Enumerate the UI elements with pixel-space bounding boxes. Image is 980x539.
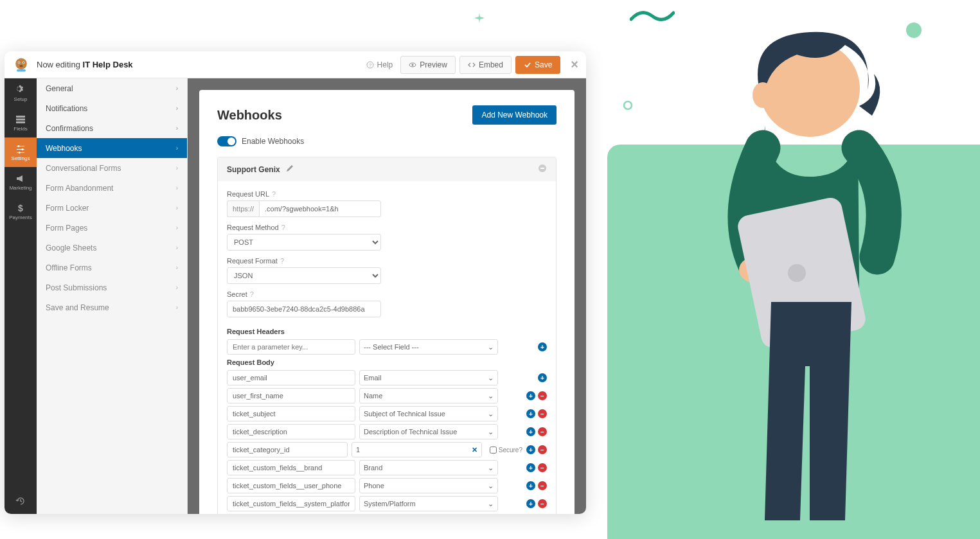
preview-button[interactable]: Preview [400, 56, 456, 74]
header-key-input[interactable] [227, 339, 355, 355]
secure-checkbox[interactable]: Secure? [490, 446, 522, 454]
add-webhook-button[interactable]: Add New Webhook [472, 105, 557, 125]
chevron-down-icon: ⌄ [488, 482, 494, 490]
svg-rect-13 [16, 116, 25, 118]
header-value-select[interactable]: --- Select Field ---⌄ [359, 339, 498, 355]
left-rail: Setup Fields Settings Marketing $ Paymen… [4, 78, 37, 514]
sidebar-item-pages[interactable]: Form Pages› [37, 218, 187, 238]
sidebar-item-post[interactable]: Post Submissions› [37, 278, 187, 297]
help-icon[interactable]: ? [280, 257, 284, 265]
sidebar-item-locker[interactable]: Form Locker› [37, 198, 187, 218]
body-row: 1✕Secure?+− [227, 442, 547, 457]
embed-button[interactable]: Embed [459, 56, 512, 74]
svg-rect-21 [540, 168, 544, 169]
body-value-select[interactable]: Email⌄ [359, 370, 498, 385]
add-icon[interactable]: + [526, 445, 535, 454]
svg-point-12 [412, 64, 414, 66]
collapse-icon[interactable] [538, 164, 547, 175]
delete-icon[interactable]: − [538, 409, 547, 418]
body-value-select[interactable]: Phone⌄ [359, 478, 498, 493]
sidebar-item-general[interactable]: General› [37, 78, 187, 98]
sidebar-item-confirmations[interactable]: Confirmations› [37, 118, 187, 138]
add-icon[interactable]: + [538, 373, 547, 382]
body-value-select[interactable]: Description of Technical Issue⌄ [359, 424, 498, 439]
sidebar-item-offline[interactable]: Offline Forms› [37, 258, 187, 278]
body-value-select[interactable]: Brand⌄ [359, 460, 498, 475]
body-key-input[interactable] [227, 370, 355, 385]
help-icon[interactable]: ? [281, 224, 285, 231]
help-link[interactable]: ? Help [366, 60, 393, 69]
request-url-input[interactable] [259, 200, 381, 217]
settings-sidebar: General› Notifications› Confirmations› W… [37, 78, 188, 514]
rail-setup[interactable]: Setup [4, 78, 37, 108]
request-method-select[interactable]: POST [227, 234, 381, 251]
sidebar-item-save-resume[interactable]: Save and Resume› [37, 297, 187, 317]
help-icon[interactable]: ? [272, 190, 276, 198]
svg-rect-14 [16, 118, 25, 120]
delete-icon[interactable]: − [538, 481, 547, 490]
secret-input[interactable] [227, 301, 381, 317]
request-format-label: Request Format? [227, 257, 547, 265]
rail-settings[interactable]: Settings [4, 137, 37, 167]
close-icon[interactable]: × [571, 57, 578, 72]
body-row: System/Platform⌄+− [227, 496, 547, 511]
body-key-input[interactable] [227, 424, 355, 439]
request-format-select[interactable]: JSON [227, 267, 381, 284]
clear-icon[interactable]: ✕ [472, 446, 477, 454]
add-icon[interactable]: + [526, 427, 535, 436]
gear-icon [15, 85, 26, 95]
body-key-input[interactable] [227, 442, 348, 457]
megaphone-icon [15, 173, 26, 184]
body-key-input[interactable] [227, 496, 355, 511]
body-key-input[interactable] [227, 460, 355, 475]
app-logo-icon [12, 56, 30, 74]
sidebar-item-sheets[interactable]: Google Sheets› [37, 238, 187, 258]
grid-icon [15, 114, 26, 125]
body-key-input[interactable] [227, 478, 355, 493]
delete-icon[interactable]: − [538, 391, 547, 400]
editing-title: IT Help Desk [83, 60, 133, 69]
rail-marketing[interactable]: Marketing [4, 167, 37, 197]
chevron-right-icon: › [176, 224, 178, 231]
editing-prefix: Now editing [37, 60, 80, 69]
add-icon[interactable]: + [526, 463, 535, 472]
body-value-select[interactable]: Subject of Technical Issue⌄ [359, 406, 498, 421]
delete-icon[interactable]: − [538, 445, 547, 454]
preview-label: Preview [420, 60, 447, 69]
rail-history[interactable] [4, 488, 37, 514]
delete-icon[interactable]: − [538, 427, 547, 436]
sidebar-item-abandonment[interactable]: Form Abandonment› [37, 178, 187, 198]
chevron-down-icon: ⌄ [488, 464, 494, 472]
add-icon[interactable]: + [526, 409, 535, 418]
rail-payments[interactable]: $ Payments [4, 197, 37, 226]
enable-webhooks-toggle[interactable] [217, 136, 236, 146]
svg-point-26 [788, 264, 806, 282]
body-value-select[interactable]: System/Platform⌄ [359, 496, 498, 511]
add-icon[interactable]: + [526, 391, 535, 400]
svg-text:$: $ [18, 203, 23, 213]
add-icon[interactable]: + [526, 499, 535, 508]
chevron-right-icon: › [176, 85, 178, 92]
chevron-right-icon: › [176, 304, 178, 311]
sidebar-item-webhooks[interactable]: Webhooks› [37, 138, 187, 158]
body-value-select[interactable]: 1✕ [352, 442, 482, 457]
url-prefix: https:// [227, 200, 259, 217]
secret-label: Secret? [227, 290, 547, 298]
add-icon[interactable]: + [538, 342, 547, 351]
body-value-select[interactable]: Name⌄ [359, 388, 498, 403]
panel-title: Webhooks [217, 108, 282, 123]
chevron-right-icon: › [176, 145, 178, 152]
edit-icon[interactable] [286, 164, 294, 172]
chevron-right-icon: › [176, 164, 178, 172]
delete-icon[interactable]: − [538, 499, 547, 508]
body-key-input[interactable] [227, 388, 355, 403]
sidebar-item-conversational[interactable]: Conversational Forms› [37, 158, 187, 178]
body-key-input[interactable] [227, 406, 355, 421]
rail-fields[interactable]: Fields [4, 108, 37, 137]
delete-icon[interactable]: − [538, 463, 547, 472]
sidebar-item-notifications[interactable]: Notifications› [37, 98, 187, 118]
body-row: Phone⌄+− [227, 478, 547, 493]
save-button[interactable]: Save [515, 56, 560, 74]
help-icon[interactable]: ? [250, 290, 254, 298]
add-icon[interactable]: + [526, 481, 535, 490]
